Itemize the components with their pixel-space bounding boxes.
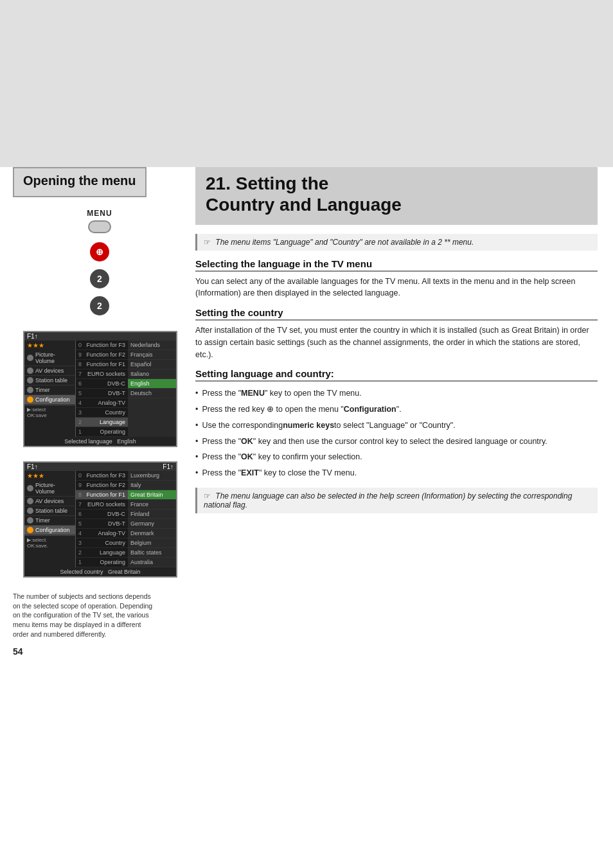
tv2-row-7: 7EURO sockets [76, 500, 128, 509]
tv2-row-6: 6DVB-C [76, 509, 128, 519]
main-content: Opening the menu MENU ⊕ 2 2 F1↑ [0, 167, 613, 868]
tv2-sub-fr: France [128, 500, 176, 509]
page-container: Opening the menu MENU ⊕ 2 2 F1↑ [0, 0, 613, 868]
tv2-menu-col: 0Function for F3 9Function for F2 8Funct… [76, 471, 128, 567]
tv1-sidebar-timer: Timer [24, 385, 75, 395]
tv2-status-bar: Selected country Great Britain [24, 567, 176, 576]
bullet-6: Press the "EXIT" key to close the TV men… [195, 465, 598, 481]
tv2-row-1: 1Operating [76, 558, 128, 567]
tv2-row-9: 9Function for F2 [76, 481, 128, 490]
opening-menu-title: Opening the menu [23, 173, 136, 188]
tv2-sidebar-timer: Timer [24, 516, 75, 526]
tv2-sub-gb: Great Britain [128, 490, 176, 500]
tv1-row-1: 1Operating [76, 427, 128, 437]
tv1-row-4: 4Analog-TV [76, 398, 128, 408]
tv1-icon-station [27, 377, 33, 384]
tv1-sidebar-station: Station table [24, 376, 75, 385]
tv2-sub-fi: Finland [128, 509, 176, 519]
bullet-4: Press the "OK" key and then use the curs… [195, 434, 598, 450]
note-icon-1: ☞ [204, 238, 211, 247]
tv2-sub-lux: Luxemburg [128, 471, 176, 481]
tv1-top-bar: F1↑ [24, 332, 176, 341]
subsection1-text: You can select any of the available lang… [195, 276, 598, 300]
tv2-sidebar-station: Station table [24, 506, 75, 516]
tv1-row-3: 3Country [76, 408, 128, 418]
tv1-status-bar: Selected language English [24, 437, 176, 446]
top-gray-area [0, 0, 613, 167]
tv2-f1-label-right: F1↑ [163, 463, 173, 470]
tv2-sidebar-config: Configuration [24, 526, 75, 535]
subsection1-title: Selecting the language in the TV menu [195, 258, 598, 272]
bullet-2: Press the red key ⊕ to open the menu "Co… [195, 402, 598, 418]
tv1-sidebar-picture: Picture-Volume [24, 350, 75, 366]
left-column: Opening the menu MENU ⊕ 2 2 F1↑ [0, 167, 180, 868]
tv-screen-2-wrap: F1↑ F1↑ ★★★ Picture-Volume [10, 456, 180, 583]
tv2-sidebar-picture: Picture-Volume [24, 481, 75, 497]
tv1-row-5: 5DVB-T [76, 389, 128, 398]
tv2-sub-aus: Australia [128, 558, 176, 567]
tv1-f1-label: F1↑ [27, 333, 38, 340]
tv2-row-3: 3Country [76, 538, 128, 548]
note-icon-2: ☞ [204, 492, 211, 500]
tv2-sub-dk: Denmark [128, 529, 176, 538]
tv1-icon-picture [27, 355, 33, 361]
tv2-top-bar: F1↑ F1↑ [24, 463, 176, 471]
tv1-row-9: 9Function for F2 [76, 350, 128, 360]
section-main-title: Country and Language [206, 194, 587, 216]
tv1-icon-av [27, 368, 33, 374]
tv1-row-0: 0Function for F3 [76, 341, 128, 350]
tv2-body: ★★★ Picture-Volume AV devices [24, 471, 176, 567]
tv1-submenu: Nederlands Français Español Italiano Eng… [128, 341, 176, 437]
tv1-sidebar: ★★★ Picture-Volume AV devices [24, 341, 76, 437]
tv2-icon-picture [27, 485, 33, 492]
bottom-caption: The number of subjects and sections depe… [0, 587, 167, 644]
tv2-icon-config [27, 527, 33, 533]
tv2-row-0: 0Function for F3 [76, 471, 128, 481]
tv1-row-8: 8Function for F1 [76, 360, 128, 369]
remote-steps: MENU ⊕ 2 2 [19, 209, 180, 319]
tv2-row-5: 5DVB-T [76, 519, 128, 529]
page-number: 54 [0, 644, 180, 662]
tv1-sidebar-av: AV devices [24, 366, 75, 376]
bullet-3: Use the corresponding numeric keys to se… [195, 418, 598, 434]
opening-menu-box: Opening the menu [13, 167, 147, 197]
tv2-submenu: Luxemburg Italy Great Britain France Fin… [128, 471, 176, 567]
tv2-sub-ita: Italy [128, 481, 176, 490]
tv-screen-1-wrap: F1↑ ★★★ Picture-Volume [10, 326, 180, 452]
tv2-sub-be: Belgium [128, 538, 176, 548]
tv2-row-8: 8Function for F1 [76, 490, 128, 500]
tv2-sidebar-av: AV devices [24, 497, 75, 506]
red-key-button: ⊕ [90, 242, 109, 261]
tv1-sidebar-config: Configuration [24, 395, 75, 405]
tv2-stars: ★★★ [24, 471, 75, 481]
tv2-icon-av [27, 498, 33, 504]
step3-button: 2 [90, 296, 109, 315]
tv2-sidebar-bottom: ▶:select.OK:save. [24, 535, 75, 550]
left-col-inner: Opening the menu MENU ⊕ 2 2 F1↑ [0, 167, 180, 662]
step2-button: 2 [90, 269, 109, 288]
tv1-icon-config [27, 396, 33, 403]
tv2-sub-de: Germany [128, 519, 176, 529]
tv1-sidebar-bottom: ▶:selectOK:save [24, 405, 75, 420]
note-box-2: ☞ The menu language can also be selected… [195, 488, 598, 513]
tv2-icon-station [27, 508, 33, 514]
tv1-stars: ★★★ [24, 341, 75, 350]
tv1-sub-de: Deutsch [128, 389, 176, 398]
note2-text: The menu language can also be selected i… [204, 492, 572, 509]
menu-button-shape [88, 220, 111, 233]
note1-text: The menu items "Language" and "Country" … [215, 238, 474, 247]
tv2-sidebar: ★★★ Picture-Volume AV devices [24, 471, 76, 567]
note-box-1: ☞ The menu items "Language" and "Country… [195, 234, 598, 251]
tv1-sub-en: English [128, 379, 176, 389]
bullet-list: Press the "MENU" key to open the TV menu… [195, 385, 598, 481]
section-number: 21. Setting the [206, 173, 587, 194]
tv1-sub-fr: Français [128, 350, 176, 360]
tv1-menu-col: 0Function for F3 9Function for F2 8Funct… [76, 341, 128, 437]
subsection3-title: Setting language and country: [195, 368, 598, 382]
tv1-sub-it: Italiano [128, 369, 176, 379]
opening-header: Opening the menu [0, 167, 180, 197]
menu-label: MENU [87, 209, 112, 218]
tv1-row-7: 7EURO sockets [76, 369, 128, 379]
tv1-row-6: 6DVB-C [76, 379, 128, 389]
tv-screen-1: F1↑ ★★★ Picture-Volume [23, 331, 177, 447]
